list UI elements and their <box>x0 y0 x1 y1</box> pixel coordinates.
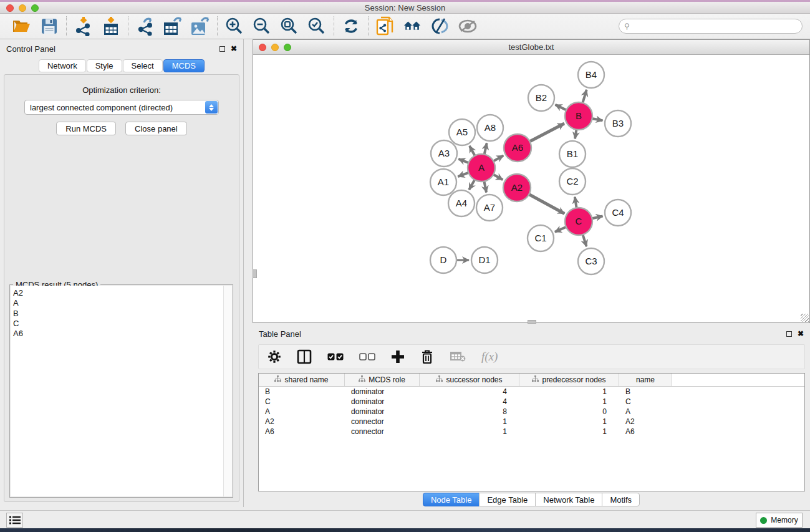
tab-motifs[interactable]: Motifs <box>602 493 640 506</box>
tab-style[interactable]: Style <box>87 59 122 72</box>
refresh-icon[interactable] <box>341 16 361 36</box>
network-snapshot-icon[interactable] <box>375 16 395 36</box>
table-header-row: shared nameMCDS rolesuccessor nodesprede… <box>259 374 804 387</box>
show-hide-graphics-icon[interactable] <box>430 16 450 36</box>
table-row[interactable]: Adominator80A <box>259 407 804 417</box>
function-builder-icon[interactable]: f(x) <box>481 350 498 364</box>
float-panel-icon[interactable] <box>219 46 225 52</box>
node-B1[interactable]: B1 <box>559 141 586 167</box>
node-A[interactable]: A <box>468 154 495 181</box>
mcds-result-list[interactable]: A2ABCA6 <box>11 286 232 496</box>
node-D1[interactable]: D1 <box>471 247 498 273</box>
node-A4[interactable]: A4 <box>448 190 475 216</box>
import-table-icon[interactable] <box>101 16 121 36</box>
save-session-icon[interactable] <box>39 16 59 36</box>
first-neighbors-icon[interactable] <box>403 16 423 36</box>
zoom-out-icon[interactable] <box>252 16 272 36</box>
table-row[interactable]: Bdominator41B <box>259 387 804 397</box>
column-header-name[interactable]: name <box>619 374 672 386</box>
optimization-criterion-select[interactable]: largest connected component (directed) <box>24 100 219 115</box>
canvas-vscroll-thumb[interactable] <box>253 269 257 278</box>
hide-details-icon[interactable] <box>458 16 478 36</box>
network-graph[interactable]: B4B2BB3A8A5A6A3B1AA1C2A2A4A7C4CC1DD1C3 <box>253 55 809 322</box>
open-file-icon[interactable] <box>12 16 32 36</box>
search-input[interactable] <box>619 19 803 34</box>
canvas-hscroll-thumb[interactable] <box>528 320 536 324</box>
tab-network[interactable]: Network <box>39 59 86 72</box>
column-header-MCDS-role[interactable]: MCDS role <box>345 374 420 386</box>
minimize-window-icon[interactable] <box>19 4 26 12</box>
result-item[interactable]: C <box>13 319 232 329</box>
table-row[interactable]: Cdominator41C <box>259 397 804 407</box>
table-row[interactable]: A2connector11A2 <box>259 417 804 427</box>
add-column-icon[interactable] <box>391 350 405 364</box>
node-A3[interactable]: A3 <box>431 140 457 167</box>
close-panel-button[interactable]: Close panel <box>125 122 187 135</box>
close-panel-icon[interactable]: ✖ <box>231 45 237 52</box>
node-C4[interactable]: C4 <box>605 200 631 226</box>
memory-button[interactable]: Memory <box>756 513 803 528</box>
zoom-fit-icon[interactable] <box>279 16 299 36</box>
node-C1[interactable]: C1 <box>528 225 554 251</box>
deselect-all-icon[interactable] <box>359 352 375 361</box>
run-mcds-button[interactable]: Run MCDS <box>56 122 116 135</box>
tab-node-table[interactable]: Node Table <box>423 493 480 506</box>
node-A5[interactable]: A5 <box>449 119 475 145</box>
column-header-successor-nodes[interactable]: successor nodes <box>420 374 519 386</box>
task-history-button[interactable] <box>6 513 23 528</box>
export-table-icon[interactable] <box>163 16 183 36</box>
result-item[interactable]: A6 <box>13 329 232 339</box>
node-A6[interactable]: A6 <box>504 134 531 162</box>
network-canvas[interactable]: B4B2BB3A8A5A6A3B1AA1C2A2A4A7C4CC1DD1C3 <box>253 55 809 322</box>
column-header-predecessor-nodes[interactable]: predecessor nodes <box>519 374 619 386</box>
import-network-icon[interactable] <box>74 16 94 36</box>
tab-network-table[interactable]: Network Table <box>535 493 602 506</box>
window-resize-grip[interactable] <box>801 314 809 322</box>
node-A7[interactable]: A7 <box>476 195 503 221</box>
svg-text:A1: A1 <box>438 177 449 187</box>
zoom-in-icon[interactable] <box>224 16 244 36</box>
selected-criterion: largest connected component (directed) <box>25 103 173 112</box>
toggle-panel-icon[interactable] <box>297 349 312 364</box>
result-item[interactable]: A <box>13 298 232 308</box>
delete-column-icon[interactable] <box>420 349 434 364</box>
node-B2[interactable]: B2 <box>528 85 554 111</box>
table-row[interactable]: A6connector11A6 <box>259 427 804 437</box>
node-C3[interactable]: C3 <box>578 248 604 274</box>
cell-name: A <box>619 407 672 416</box>
node-A2[interactable]: A2 <box>503 174 531 201</box>
zoom-selected-icon[interactable] <box>307 16 327 36</box>
result-item[interactable]: A2 <box>13 288 232 298</box>
tab-select[interactable]: Select <box>123 59 163 72</box>
node-D[interactable]: D <box>430 247 456 273</box>
maximize-window-icon[interactable] <box>31 4 39 12</box>
network-maximize-icon[interactable] <box>284 44 291 51</box>
node-C2[interactable]: C2 <box>559 168 586 195</box>
network-window-titlebar[interactable]: testGlobe.txt <box>253 40 809 55</box>
float-table-panel-icon[interactable] <box>786 331 792 337</box>
node-C[interactable]: C <box>565 208 592 235</box>
node-A8[interactable]: A8 <box>477 115 503 141</box>
network-minimize-icon[interactable] <box>271 44 279 51</box>
close-window-icon[interactable] <box>6 4 14 12</box>
table-settings-icon[interactable] <box>268 350 281 364</box>
node-A1[interactable]: A1 <box>430 169 456 195</box>
export-network-icon[interactable] <box>135 16 155 36</box>
result-item[interactable]: B <box>13 309 232 319</box>
tab-mcds[interactable]: MCDS <box>163 59 205 72</box>
table-body: Bdominator41BCdominator41CAdominator80AA… <box>259 387 804 437</box>
node-B4[interactable]: B4 <box>578 62 604 88</box>
export-image-icon[interactable] <box>190 16 210 36</box>
table-panel: Table Panel ✖ f(x) shared nameMCDS r <box>253 324 810 507</box>
node-B3[interactable]: B3 <box>605 110 631 137</box>
table-toolbar: f(x) <box>258 344 805 369</box>
node-table: shared nameMCDS rolesuccessor nodesprede… <box>258 373 805 491</box>
tab-edge-table[interactable]: Edge Table <box>479 493 536 506</box>
column-header-shared-name[interactable]: shared name <box>259 374 345 386</box>
node-B[interactable]: B <box>565 102 592 130</box>
network-close-icon[interactable] <box>259 44 266 51</box>
select-all-icon[interactable] <box>327 352 344 361</box>
close-table-panel-icon[interactable]: ✖ <box>798 330 804 337</box>
delete-table-icon[interactable] <box>450 351 466 363</box>
result-list-scrollbar[interactable] <box>223 286 232 496</box>
